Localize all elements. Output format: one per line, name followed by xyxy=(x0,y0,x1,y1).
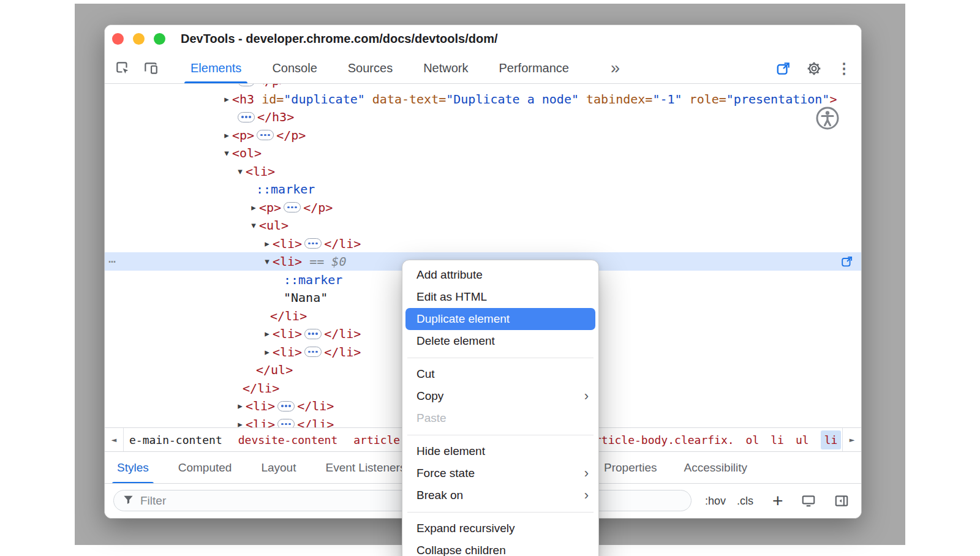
menu-item-delete-element[interactable]: Delete element xyxy=(402,330,598,352)
dom-row-text: <li></li> xyxy=(273,343,361,361)
menu-separator xyxy=(402,352,598,363)
menu-item-label: Copy xyxy=(417,389,443,403)
menu-item-add-attribute[interactable]: Add attribute xyxy=(402,264,598,286)
disclosure-open-icon[interactable]: ▾ xyxy=(235,162,246,181)
tab-elements[interactable]: Elements xyxy=(190,53,241,83)
expand-ellipsis-button[interactable] xyxy=(257,130,274,140)
breadcrumbs-left: e-main-contentdevsite-contentarticle xyxy=(129,428,400,451)
tab-properties[interactable]: Properties xyxy=(604,452,657,484)
element-classes-button[interactable]: .cls xyxy=(737,484,753,518)
funnel-icon xyxy=(123,494,134,508)
breadcrumb-item-ul[interactable]: ul xyxy=(796,434,809,446)
menu-item-hide-element[interactable]: Hide element xyxy=(402,440,598,462)
menu-item-duplicate-element[interactable]: Duplicate element xyxy=(405,308,595,330)
dom-token: <li> xyxy=(273,343,302,361)
display-icon[interactable] xyxy=(801,484,816,518)
dom-tree-row[interactable]: ▾<li> xyxy=(105,162,861,181)
dom-tree-row[interactable]: ▾<ul> xyxy=(105,216,861,235)
toggle-element-state-button[interactable]: :hov xyxy=(705,484,726,518)
dom-tree-row[interactable]: ▸<li></li> xyxy=(105,235,861,253)
dom-tree-row[interactable]: ▸<p></p> xyxy=(105,198,861,217)
window-title: DevTools - developer.chrome.com/docs/dev… xyxy=(181,32,498,46)
extension-icon[interactable] xyxy=(775,61,791,77)
breadcrumb-item-article[interactable]: article xyxy=(353,434,400,446)
tab-network[interactable]: Network xyxy=(423,53,468,83)
row-options-icon[interactable]: ⋯ xyxy=(108,252,116,271)
dom-tree-row[interactable]: ::marker xyxy=(105,180,861,198)
menu-item-cut[interactable]: Cut xyxy=(402,363,598,385)
dom-tree-row[interactable]: </h3> xyxy=(105,108,861,126)
disclosure-closed-icon[interactable]: ▸ xyxy=(221,126,232,145)
menu-item-break-on[interactable]: Break on› xyxy=(402,484,598,506)
menu-item-edit-as-html[interactable]: Edit as HTML xyxy=(402,286,598,308)
dom-token xyxy=(365,90,372,108)
disclosure-closed-icon[interactable]: ▸ xyxy=(262,343,273,361)
toggle-sidebar-icon[interactable] xyxy=(834,484,850,518)
dom-row-text: <li></li> xyxy=(273,325,361,343)
breadcrumb-item-devsite-content[interactable]: devsite-content xyxy=(238,434,338,446)
menu-item-expand-recursively[interactable]: Expand recursively xyxy=(402,517,598,539)
sidebar-tabs-right: PropertiesAccessibility xyxy=(604,452,747,484)
tab-computed[interactable]: Computed xyxy=(178,452,232,484)
menu-item-collapse-children[interactable]: Collapse children xyxy=(402,539,598,556)
dom-token: <ul> xyxy=(259,216,288,235)
dom-token: <p> xyxy=(259,198,281,217)
accessibility-icon[interactable] xyxy=(815,106,840,133)
close-window-button[interactable] xyxy=(112,33,124,45)
scroll-into-view-icon[interactable] xyxy=(840,255,854,271)
zoom-window-button[interactable] xyxy=(154,33,165,45)
disclosure-closed-icon[interactable]: ▸ xyxy=(262,235,273,253)
dom-tree-row[interactable]: ▸<p></p> xyxy=(105,126,861,145)
dom-token: == xyxy=(302,252,331,271)
inspect-icon[interactable] xyxy=(115,60,130,76)
tab-layout[interactable]: Layout xyxy=(261,452,296,484)
expand-ellipsis-button[interactable] xyxy=(277,401,295,411)
tab-styles[interactable]: Styles xyxy=(117,452,149,484)
breadcrumb-item-li[interactable]: li xyxy=(821,430,842,449)
breadcrumb-item-e-main-content[interactable]: e-main-content xyxy=(129,434,222,446)
context-menu: Add attributeEdit as HTMLDuplicate eleme… xyxy=(402,260,599,556)
disclosure-closed-icon[interactable]: ▸ xyxy=(235,397,246,415)
disclosure-closed-icon[interactable]: ▸ xyxy=(262,325,273,343)
dom-row-text: <ol> xyxy=(232,144,262,162)
tab-event-listeners[interactable]: Event Listeners xyxy=(325,452,405,484)
kebab-menu-icon[interactable]: ⋮ xyxy=(837,61,851,76)
breadcrumb-item-ol[interactable]: ol xyxy=(746,434,760,446)
expand-ellipsis-button[interactable] xyxy=(238,112,255,122)
menu-item-copy[interactable]: Copy› xyxy=(402,385,598,407)
dom-token: </p> xyxy=(303,198,333,217)
dom-tree-row[interactable]: ▸<h3 id="duplicate" data-text="Duplicate… xyxy=(105,90,861,108)
menu-item-label: Duplicate element xyxy=(417,312,510,326)
settings-gear-icon[interactable] xyxy=(806,61,822,77)
menu-item-paste[interactable]: Paste xyxy=(402,407,598,429)
submenu-chevron-icon: › xyxy=(584,489,589,502)
tab-sources[interactable]: Sources xyxy=(348,53,393,83)
disclosure-open-icon[interactable]: ▾ xyxy=(262,252,273,271)
more-tabs-button[interactable]: » xyxy=(611,56,620,80)
disclosure-open-icon[interactable]: ▾ xyxy=(248,216,259,235)
expand-ellipsis-button[interactable] xyxy=(304,347,322,357)
expand-ellipsis-button[interactable] xyxy=(304,238,322,249)
expand-ellipsis-button[interactable] xyxy=(304,329,322,339)
tab-performance[interactable]: Performance xyxy=(499,53,570,83)
dom-tree-row[interactable]: ▾<ol> xyxy=(105,144,861,162)
tab-console[interactable]: Console xyxy=(272,53,317,83)
new-style-rule-button[interactable]: + xyxy=(772,484,783,518)
submenu-chevron-icon: › xyxy=(584,389,589,403)
tab-accessibility[interactable]: Accessibility xyxy=(684,452,747,484)
sidebar-tabs-left: StylesComputedLayoutEvent Listeners xyxy=(117,452,405,484)
minimize-window-button[interactable] xyxy=(133,33,145,45)
device-toolbar-icon[interactable] xyxy=(143,60,159,76)
disclosure-closed-icon[interactable]: ▸ xyxy=(248,198,259,217)
breadcrumb-item-li[interactable]: li xyxy=(771,434,784,446)
disclosure-closed-icon[interactable]: ▸ xyxy=(221,90,232,108)
disclosure-open-icon[interactable]: ▾ xyxy=(221,144,232,162)
dom-token: <li> xyxy=(273,235,302,253)
menu-item-force-state[interactable]: Force state› xyxy=(402,462,598,484)
dom-token: <li> xyxy=(246,397,275,415)
breadcrumb-scroll-right-button[interactable]: ► xyxy=(842,428,861,451)
breadcrumb-item-rticle-body-clearfix[interactable]: rticle-body.clearfix. xyxy=(595,434,734,446)
dom-row-text: </li> xyxy=(243,379,279,397)
expand-ellipsis-button[interactable] xyxy=(284,202,301,212)
breadcrumb-scroll-left-button[interactable]: ◄ xyxy=(105,428,124,451)
